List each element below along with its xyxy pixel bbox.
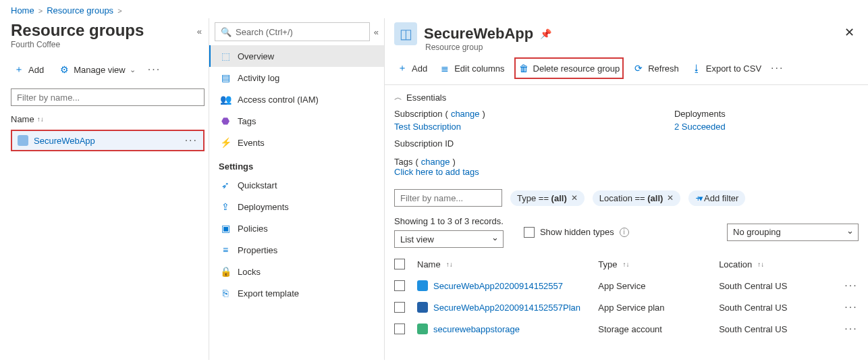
add-label: Add (28, 65, 44, 75)
more-toolbar-button[interactable]: ··· (771, 63, 784, 74)
search-input[interactable]: 🔍 Search (Ctrl+/) (215, 22, 370, 41)
collapse-nav-icon[interactable]: « (374, 27, 379, 37)
item-more-button[interactable]: ··· (185, 135, 198, 146)
more-actions-button[interactable]: ··· (148, 64, 161, 75)
col-name[interactable]: Name ↑↓ (417, 259, 598, 269)
resource-location: South Central US (719, 281, 840, 291)
filter-input[interactable] (11, 88, 205, 106)
nav-quickstart[interactable]: ➶ Quickstart (209, 174, 384, 196)
nav-label: Export template (238, 288, 299, 299)
resource-type: Storage account (598, 324, 719, 334)
row-more-button[interactable]: ··· (844, 280, 857, 291)
select-all-checkbox[interactable] (394, 259, 405, 269)
col-type[interactable]: Type ↑↓ (598, 259, 719, 269)
nav-label: Tags (238, 116, 256, 126)
download-icon: ⭳ (691, 63, 702, 74)
add-filter-button[interactable]: +▾ Add filter (688, 190, 745, 206)
refresh-button[interactable]: ⟳ Refresh (630, 57, 682, 79)
name-column-header[interactable]: Name ↑↓ (11, 111, 44, 130)
collapse-panel-icon[interactable]: « (197, 26, 202, 36)
remove-filter-icon[interactable]: ✕ (667, 193, 674, 203)
nav-section-settings: Settings (209, 153, 384, 174)
row-checkbox[interactable] (394, 280, 405, 291)
tags-section: Tags (change) Click here to add tags (385, 153, 868, 185)
nav-deployments[interactable]: ⇪ Deployments (209, 196, 384, 217)
paren: ) (452, 157, 455, 167)
delete-resource-group-button[interactable]: 🗑 Delete resource group (514, 57, 624, 79)
page-subtitle: Resource group (425, 43, 551, 52)
search-icon: 🔍 (221, 27, 232, 37)
show-hidden-checkbox[interactable] (524, 227, 535, 238)
nav-activity-log[interactable]: ▤ Activity log (209, 67, 384, 88)
nav-events[interactable]: ⚡ Events (209, 132, 384, 153)
resource-location: South Central US (719, 303, 840, 313)
nav-policies[interactable]: ▣ Policies (209, 217, 384, 239)
breadcrumb-resource-groups[interactable]: Resource groups (47, 5, 113, 16)
essentials-toggle[interactable]: ︿ Essentials (385, 85, 868, 107)
nav-export-template[interactable]: ⎘ Export template (209, 282, 384, 304)
table-row: SecureWebApp20200914152557App ServiceSou… (394, 275, 863, 296)
export-csv-button[interactable]: ⭳ Export to CSV (688, 57, 764, 79)
page-title: SecureWebApp (424, 25, 533, 43)
remove-filter-icon[interactable]: ✕ (571, 193, 578, 203)
col-location[interactable]: Location ↑↓ (719, 259, 840, 269)
nav-overview[interactable]: ⬚ Overview (209, 45, 384, 67)
meta-row: Showing 1 to 3 of 3 records. List view S… (385, 211, 868, 253)
row-checkbox[interactable] (394, 302, 405, 313)
resource-type: App Service plan (598, 303, 719, 313)
add-tags-link[interactable]: Click here to add tags (394, 167, 479, 177)
nav-properties[interactable]: ≡ Properties (209, 239, 384, 261)
essentials-grid: Subscription (change) Test Subscription … (385, 107, 868, 153)
resource-group-icon: ◫ (394, 22, 417, 45)
search-placeholder: Search (Ctrl+/) (236, 27, 293, 37)
filter-row: Type == (all) ✕ Location == (all) ✕ +▾ A… (385, 185, 868, 211)
row-checkbox[interactable] (394, 324, 405, 334)
type-filter-pill[interactable]: Type == (all) ✕ (510, 190, 585, 206)
nav-tags[interactable]: ⬣ Tags (209, 110, 384, 132)
chevron-down-icon: ⌄ (130, 66, 136, 74)
row-more-button[interactable]: ··· (844, 324, 857, 334)
col-name-label: Name (417, 259, 441, 269)
nav-label: Events (238, 138, 265, 148)
sort-icon: ↑↓ (446, 261, 453, 268)
resource-link[interactable]: SecureWebApp20200914152557Plan (433, 303, 580, 313)
row-more-button[interactable]: ··· (844, 302, 857, 313)
change-tags-link[interactable]: change (421, 157, 450, 167)
resource-filter-input[interactable] (394, 189, 502, 207)
breadcrumb-home[interactable]: Home (11, 5, 34, 16)
info-icon[interactable]: i (620, 228, 629, 237)
resource-link[interactable]: SecureWebApp20200914152557 (433, 281, 563, 291)
location-filter-pill[interactable]: Location == (all) ✕ (593, 190, 681, 206)
nav-label: Quickstart (238, 180, 277, 190)
plus-icon: ＋ (397, 63, 408, 74)
refresh-label: Refresh (648, 63, 679, 74)
pill-prefix: Location == (599, 193, 648, 203)
resource-group-link[interactable]: SecureWebApp (34, 136, 95, 146)
add-button[interactable]: ＋ Add (11, 59, 47, 80)
resource-link[interactable]: securewebappstorage (433, 324, 520, 334)
manage-view-button[interactable]: ⚙ Manage view ⌄ (56, 59, 138, 80)
deployments-value-link[interactable]: 2 Succeeded (674, 122, 726, 132)
resource-group-item-selected[interactable]: SecureWebApp ··· (11, 130, 205, 151)
nav-access-control[interactable]: 👥 Access control (IAM) (209, 88, 384, 110)
nav-label: Overview (238, 51, 274, 61)
col-location-label: Location (719, 259, 752, 269)
nav-label: Policies (238, 224, 268, 234)
resource-icon (417, 302, 428, 313)
upload-icon: ⇪ (220, 201, 231, 212)
resource-groups-panel: Resource groups « Fourth Coffee ＋ Add ⚙ … (0, 18, 209, 360)
add-label: Add (412, 63, 427, 74)
export-icon: ⎘ (220, 288, 231, 299)
resource-nav-panel: 🔍 Search (Ctrl+/) « ⬚ Overview ▤ Activit… (209, 18, 385, 360)
nav-locks[interactable]: 🔒 Locks (209, 261, 384, 282)
people-icon: 👥 (220, 94, 231, 105)
subscription-value-link[interactable]: Test Subscription (394, 122, 485, 132)
pin-icon[interactable]: 📌 (540, 28, 551, 39)
add-button[interactable]: ＋ Add (394, 57, 430, 79)
close-button[interactable]: ✕ (842, 22, 857, 43)
grouping-select[interactable]: No grouping (727, 224, 859, 241)
deployments-label: Deployments (674, 109, 726, 119)
list-view-select[interactable]: List view (394, 230, 504, 248)
edit-columns-button[interactable]: ≣ Edit columns (437, 57, 507, 79)
change-subscription-link[interactable]: change (451, 109, 480, 119)
